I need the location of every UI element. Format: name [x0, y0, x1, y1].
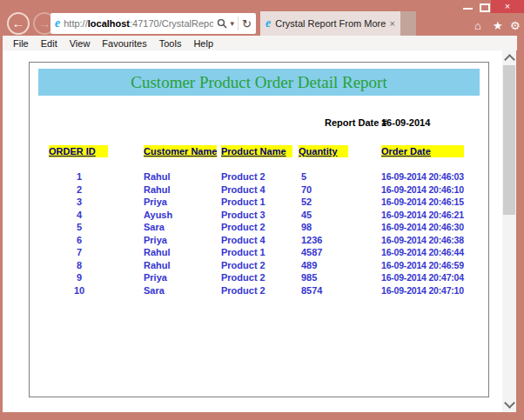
cell-quantity: 1236: [301, 234, 322, 246]
menu-view[interactable]: View: [70, 38, 91, 49]
back-button[interactable]: ←: [7, 12, 30, 35]
cell-customer: Priya: [144, 196, 167, 208]
table-row: 5 Sara Product 2 98 16-09-2014 20:46:30: [30, 221, 488, 233]
table-row: 1 Rahul Product 2 5 16-09-2014 20:46:03: [30, 170, 488, 183]
cell-product: Product 2: [221, 221, 265, 233]
cell-customer: Sara: [144, 221, 165, 233]
refresh-icon[interactable]: ↻: [242, 18, 252, 30]
column-header-order-date: Order Date: [381, 145, 464, 157]
tab-title: Crystal Report From More T...: [275, 18, 385, 29]
cell-quantity: 5: [301, 170, 306, 183]
column-header-product-name: Product Name: [221, 145, 292, 157]
cell-product: Product 1: [221, 246, 265, 258]
table-row: 7 Rahul Product 1 4587 16-09-2014 20:46:…: [30, 246, 488, 258]
cell-quantity: 98: [301, 221, 312, 233]
column-header-customer-name: Customer Name: [144, 145, 217, 157]
cell-order-date: 16-09-2014 20:46:44: [381, 246, 464, 258]
cell-order-date: 16-09-2014 20:46:38: [381, 234, 464, 246]
table-row: 4 Ayush Product 3 45 16-09-2014 20:46:21: [30, 209, 488, 221]
cell-order-id: 6: [49, 234, 110, 246]
tab-close-icon[interactable]: ×: [390, 18, 395, 29]
cell-customer: Rahul: [144, 170, 171, 183]
maximize-button[interactable]: [480, 3, 490, 12]
report-title: Customer Product Order Detail Report: [131, 73, 386, 91]
cell-customer: Rahul: [144, 183, 171, 196]
cell-customer: Sara: [144, 284, 165, 297]
menu-favourites[interactable]: Favourites: [102, 38, 146, 49]
cell-customer: Priya: [144, 234, 167, 246]
cell-quantity: 8574: [301, 284, 322, 297]
cell-customer: Rahul: [144, 246, 171, 258]
cell-order-id: 8: [49, 259, 110, 271]
menu-file[interactable]: File: [13, 38, 29, 49]
cell-order-date: 16-09-2014 20:46:59: [381, 259, 464, 271]
menu-help[interactable]: Help: [193, 38, 213, 49]
close-window-button[interactable]: ×: [491, 0, 524, 13]
cell-customer: Priya: [144, 271, 167, 283]
forward-icon: →: [38, 16, 51, 30]
cell-customer: Rahul: [144, 259, 171, 271]
cell-order-date: 16-09-2014 20:46:10: [381, 183, 464, 196]
url-text: http://localhost:47170/CrystalReportFrom…: [64, 18, 212, 29]
divider: [238, 17, 238, 30]
url-path: :47170/CrystalReportFromM: [130, 18, 213, 29]
table-row: 6 Priya Product 4 1236 16-09-2014 20:46:…: [30, 234, 488, 246]
back-icon: ←: [12, 16, 25, 30]
cell-order-id: 1: [49, 170, 110, 183]
browser-tab[interactable]: e Crystal Report From More T... ×: [260, 11, 400, 36]
cell-order-date: 16-09-2014 20:47:04: [381, 271, 464, 283]
settings-gear-icon[interactable]: ⚙: [510, 20, 521, 32]
column-header-quantity: Quantity: [299, 145, 348, 157]
close-icon: ×: [505, 1, 510, 11]
cell-order-date: 16-09-2014 20:46:30: [381, 221, 464, 233]
cell-quantity: 45: [301, 209, 312, 221]
cell-customer: Ayush: [144, 209, 172, 221]
column-header-order-id: ORDER ID: [49, 145, 108, 157]
new-tab-button[interactable]: [400, 11, 416, 36]
cell-quantity: 985: [301, 271, 317, 283]
vertical-scrollbar[interactable]: [502, 50, 516, 412]
scrollbar-thumb[interactable]: [503, 65, 515, 215]
report-container: Customer Product Order Detail Report Rep…: [29, 62, 489, 397]
cell-product: Product 2: [221, 170, 265, 183]
scroll-down-icon[interactable]: [504, 397, 515, 409]
cell-order-date: 16-09-2014 20:47:10: [381, 284, 464, 297]
cell-quantity: 4587: [301, 246, 322, 258]
cell-order-id: 2: [49, 183, 110, 196]
cell-product: Product 4: [221, 183, 265, 196]
search-icon[interactable]: [217, 18, 227, 29]
cell-order-date: 16-09-2014 20:46:03: [381, 170, 464, 183]
table-row: 8 Rahul Product 2 489 16-09-2014 20:46:5…: [30, 259, 488, 271]
cell-order-date: 16-09-2014 20:46:15: [381, 196, 464, 208]
cell-product: Product 2: [221, 284, 265, 297]
table-row: 3 Priya Product 1 52 16-09-2014 20:46:15: [30, 196, 488, 208]
address-bar-icons: ▾ ↻: [217, 17, 252, 30]
cell-quantity: 489: [301, 259, 317, 271]
cell-order-date: 16-09-2014 20:46:21: [381, 209, 464, 221]
tab-ie-icon: e: [265, 17, 271, 30]
cell-order-id: 7: [49, 246, 110, 258]
table-row: 10 Sara Product 2 8574 16-09-2014 20:47:…: [30, 284, 488, 297]
cell-order-id: 3: [49, 196, 110, 208]
report-title-banner: Customer Product Order Detail Report: [38, 69, 480, 96]
cell-product: Product 2: [221, 271, 265, 283]
browser-window: × ← → e http://localhost:47170/CrystalRe…: [0, 0, 524, 420]
dropdown-icon[interactable]: ▾: [231, 19, 235, 28]
cell-quantity: 70: [301, 183, 312, 196]
cell-order-id: 10: [49, 284, 110, 297]
table-row: 2 Rahul Product 4 70 16-09-2014 20:46:10: [30, 183, 488, 196]
address-bar[interactable]: e http://localhost:47170/CrystalReportFr…: [50, 13, 256, 34]
ie-logo-icon: e: [55, 17, 60, 30]
cell-order-id: 9: [49, 271, 110, 283]
cell-order-id: 5: [49, 221, 110, 233]
home-icon[interactable]: ⌂: [474, 20, 481, 32]
cell-product: Product 3: [221, 209, 265, 221]
menu-tools[interactable]: Tools: [159, 38, 182, 49]
url-scheme: http://: [64, 18, 88, 29]
scroll-up-icon[interactable]: [504, 54, 515, 65]
page-content: Customer Product Order Detail Report Rep…: [3, 50, 502, 412]
report-date-value: 16-09-2014: [381, 117, 430, 128]
minimize-button[interactable]: [463, 8, 473, 10]
menu-edit[interactable]: Edit: [41, 38, 57, 49]
favorites-star-icon[interactable]: ★: [493, 20, 503, 32]
